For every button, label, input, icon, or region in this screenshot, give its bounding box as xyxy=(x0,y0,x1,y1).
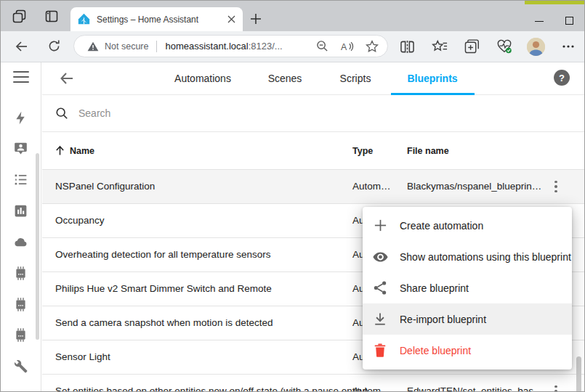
row-file: EdwardTEN/set_entities_bas… xyxy=(407,385,544,392)
svg-text:A: A xyxy=(341,41,347,52)
row-overflow-menu-icon[interactable] xyxy=(551,179,561,195)
table-row[interactable]: NSPanel Configuration Autom… Blackymas/n… xyxy=(42,170,585,204)
search-input[interactable] xyxy=(78,107,369,119)
ha-main: Automations Scenes Scripts Blueprints ? xyxy=(42,62,585,392)
workspaces-icon[interactable] xyxy=(12,9,28,23)
sidebar-scrollbar[interactable] xyxy=(36,153,39,340)
sidebar-item-chip-1[interactable] xyxy=(13,266,28,281)
browser-menu-icon[interactable] xyxy=(562,31,575,62)
column-header-file-name[interactable]: File name xyxy=(407,146,449,156)
table-header: Name Type File name xyxy=(42,132,585,170)
favorites-hub-icon[interactable] xyxy=(432,31,448,62)
sort-ascending-icon[interactable] xyxy=(54,144,66,157)
window-maximize-button[interactable] xyxy=(565,17,573,25)
menu-item-delete-blueprint[interactable]: Delete blueprint xyxy=(363,335,572,366)
address-divider xyxy=(156,41,157,52)
download-icon xyxy=(372,311,388,327)
row-name: Send a camera snapshot when motion is de… xyxy=(55,317,273,328)
tab-blueprints[interactable]: Blueprints xyxy=(407,73,457,84)
menu-item-label: Create automation xyxy=(400,220,483,232)
url-text: homeassistant.local:8123/... xyxy=(165,41,282,52)
help-icon[interactable]: ? xyxy=(554,70,570,86)
menu-item-share-blueprint[interactable]: Share blueprint xyxy=(363,272,572,303)
sidebar-menu-icon[interactable] xyxy=(13,71,29,83)
sidebar-item-map[interactable] xyxy=(13,141,28,156)
menu-item-reimport-blueprint[interactable]: Re-import blueprint xyxy=(363,303,572,335)
menu-item-label: Share blueprint xyxy=(400,282,469,294)
url-path: :8123/... xyxy=(249,41,283,52)
row-name: Philips Hue v2 Smart Dimmer Switch and R… xyxy=(55,283,272,294)
new-tab-button[interactable] xyxy=(250,13,262,25)
browser-titlebar: Settings – Home Assistant xyxy=(1,1,584,31)
menu-item-label: Show automations using this blueprint xyxy=(400,251,571,263)
column-header-name[interactable]: Name xyxy=(70,146,94,156)
home-assistant-app: Automations Scenes Scripts Blueprints ? xyxy=(1,62,585,392)
browser-tab[interactable]: Settings – Home Assistant xyxy=(70,7,243,31)
address-bar[interactable]: Not secure homeassistant.local:8123/... … xyxy=(73,35,388,57)
ha-sidebar xyxy=(1,62,41,392)
background-app-sliver xyxy=(525,1,584,4)
tab-close-icon[interactable] xyxy=(227,15,235,23)
window-minimize-button[interactable] xyxy=(535,21,544,22)
search-bar xyxy=(42,95,585,132)
sidebar-item-history[interactable] xyxy=(13,203,28,219)
sidebar-item-logbook[interactable] xyxy=(13,172,28,187)
menu-item-show-automations[interactable]: Show automations using this blueprint xyxy=(363,241,572,272)
row-name: NSPanel Configuration xyxy=(55,181,155,192)
row-name: Sensor Light xyxy=(55,351,110,362)
tab-title: Settings – Home Assistant xyxy=(97,15,227,25)
browser-toolbar: Not secure homeassistant.local:8123/... … xyxy=(1,31,584,62)
tab-actions-icon[interactable] xyxy=(45,10,58,23)
row-type: Autom… xyxy=(352,385,391,392)
row-file: Blackymas/nspanel_blueprin… xyxy=(407,181,541,192)
eye-icon xyxy=(372,249,388,265)
avatar-image xyxy=(527,38,545,56)
ha-back-icon[interactable] xyxy=(58,70,76,87)
plus-icon xyxy=(372,218,388,234)
home-assistant-favicon xyxy=(78,13,90,25)
trash-icon xyxy=(372,343,388,359)
row-overflow-menu-icon[interactable] xyxy=(551,383,561,392)
row-name: Occupancy xyxy=(55,215,105,226)
blueprint-context-menu: Create automation Show automations using… xyxy=(363,207,572,369)
sidebar-item-energy[interactable] xyxy=(13,110,28,126)
table-row[interactable]: Set entities based on other entities new… xyxy=(42,375,585,392)
menu-item-create-automation[interactable]: Create automation xyxy=(363,210,572,241)
url-host: homeassistant.local xyxy=(165,41,248,52)
browser-window: Settings – Home Assistant xyxy=(0,0,585,392)
ha-header: Automations Scenes Scripts Blueprints ? xyxy=(42,62,585,95)
browser-refresh-icon[interactable] xyxy=(47,39,61,53)
row-type: Autom… xyxy=(352,181,391,192)
menu-item-label: Delete blueprint xyxy=(400,345,471,356)
sidebar-item-chip-3[interactable] xyxy=(13,327,28,343)
search-icon xyxy=(55,107,68,120)
browser-essentials-icon[interactable] xyxy=(496,31,512,62)
browser-back-icon[interactable] xyxy=(15,39,29,54)
tab-scripts[interactable]: Scripts xyxy=(340,73,371,84)
split-screen-icon[interactable] xyxy=(400,31,415,62)
tab-scenes[interactable]: Scenes xyxy=(268,73,302,84)
sidebar-item-cloud[interactable] xyxy=(13,234,28,250)
row-name: Overheating detection for all temperatur… xyxy=(55,249,270,260)
menu-item-label: Re-import blueprint xyxy=(400,314,486,325)
column-header-type[interactable]: Type xyxy=(352,146,373,156)
row-name: Set entities based on other entities new… xyxy=(55,385,368,392)
collections-icon[interactable] xyxy=(464,31,480,62)
share-icon xyxy=(372,280,388,296)
favorite-star-icon[interactable] xyxy=(366,40,379,53)
not-secure-warning-icon[interactable] xyxy=(87,41,99,52)
zoom-out-icon[interactable] xyxy=(316,40,328,52)
profile-avatar[interactable] xyxy=(527,31,545,62)
security-label: Not secure xyxy=(105,41,148,52)
sidebar-item-developer-tools[interactable] xyxy=(13,359,28,374)
sidebar-item-chip-2[interactable] xyxy=(13,297,28,312)
tab-automations[interactable]: Automations xyxy=(174,73,231,84)
read-aloud-icon[interactable]: A xyxy=(340,41,354,52)
page-scrollbar[interactable] xyxy=(576,356,581,392)
